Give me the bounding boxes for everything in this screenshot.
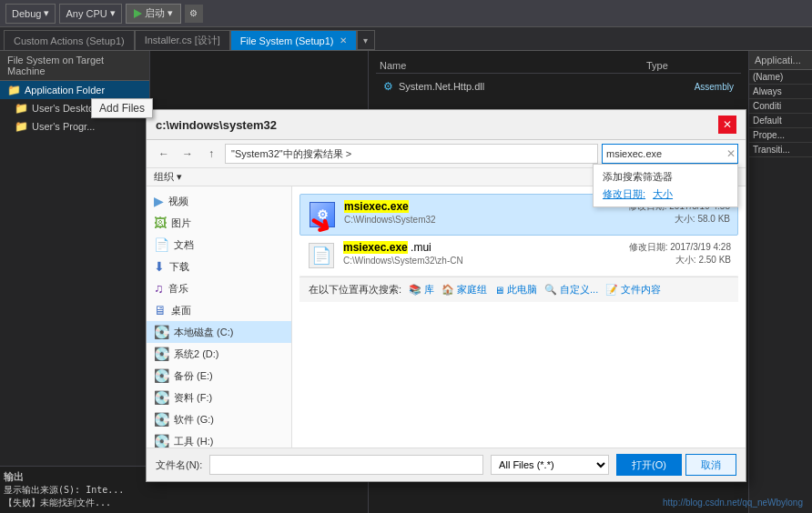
search-clear-icon[interactable]: ✕ — [726, 147, 736, 160]
search-box[interactable]: ✕ — [602, 144, 738, 164]
dialog-action-buttons: 打开(O) 取消 — [616, 454, 736, 476]
search-again-custom[interactable]: 🔍 自定义... — [544, 283, 598, 297]
tab-label-file-system: File System (Setup1) — [240, 35, 334, 46]
filename-label: 文件名(N): — [156, 458, 202, 472]
tree-item-app-folder[interactable]: 📁 Application Folder — [0, 81, 149, 99]
open-button[interactable]: 打开(O) — [616, 454, 682, 476]
search-filter-date[interactable]: 修改日期: — [603, 187, 645, 201]
search-again-homegroup[interactable]: 🏠 家庭组 — [442, 283, 487, 297]
library-label: 库 — [424, 283, 434, 297]
output-panel: 输出 显示输出来源(S): Inte... 【失败】未能找到文件... — [0, 466, 150, 513]
start-chevron-icon: ▾ — [167, 7, 173, 19]
drive-d-icon: 💽 — [154, 347, 169, 361]
tab-installer[interactable]: Installer.cs [设计] — [135, 30, 230, 50]
search-again-section: 在以下位置再次搜索: 📚 库 🏠 家庭组 🖥 此电脑 🔍 — [299, 277, 738, 302]
filetype-select[interactable]: All Files (*.*) — [491, 455, 609, 475]
sidebar-item-drive-h[interactable]: 💽 工具 (H:) — [147, 430, 291, 448]
search-box-container: ✕ 添加搜索筛选器 修改日期: 大小 — [602, 144, 738, 164]
props-default: Default — [749, 114, 812, 128]
search-again-library[interactable]: 📚 库 — [409, 283, 434, 297]
sidebar-item-desktop[interactable]: 🖥 桌面 — [147, 299, 291, 321]
start-button[interactable]: 启动 ▾ — [126, 4, 181, 24]
sidebar-item-music[interactable]: ♫ 音乐 — [147, 277, 291, 299]
file-open-dialog: c:\windows\system32 ✕ ← → ↑ "System32"中的… — [146, 109, 746, 482]
sidebar-label-download: 下载 — [169, 260, 189, 274]
file-meta-date-2: 修改日期: 2017/3/19 4:28 — [622, 241, 731, 254]
ide-background: Debug ▾ Any CPU ▾ 启动 ▾ ⚙ Custom Actions … — [0, 0, 812, 513]
breadcrumb-text: "System32"中的搜索结果 > — [231, 147, 351, 161]
dialog-title: c:\windows\system32 — [156, 118, 277, 132]
fs-item-dll[interactable]: ⚙ System.Net.Http.dll Assembly — [376, 77, 741, 96]
homegroup-icon: 🏠 — [442, 284, 454, 296]
add-files-tooltip: Add Files — [91, 98, 153, 118]
file-item-msiexec-mui[interactable]: 📄 msiexec.exe .mui C:\Windows\System32\z… — [299, 236, 738, 277]
download-icon: ⬇ — [154, 259, 165, 274]
file-path-msiexec-mui: C:\Windows\System32\zh-CN — [343, 256, 614, 266]
left-panel: File System on Target Machine 📁 Applicat… — [0, 51, 150, 513]
file-name-highlight-msiexec-mui: msiexec.exe — [343, 241, 408, 254]
file-content-label: 文件内容 — [621, 283, 661, 297]
dialog-title-bar: c:\windows\system32 ✕ — [147, 110, 746, 140]
debug-dropdown[interactable]: Debug ▾ — [5, 4, 56, 24]
music-icon: ♫ — [154, 281, 164, 296]
sidebar-item-drive-e[interactable]: 💽 备份 (E:) — [147, 365, 291, 387]
tab-more-icon: ▾ — [363, 35, 368, 45]
file-path-msiexec-exe: C:\Windows\System32 — [344, 215, 614, 225]
dll-name: System.Net.Http.dll — [399, 81, 484, 92]
picture-icon: 🖼 — [154, 216, 167, 230]
search-again-computer[interactable]: 🖥 此电脑 — [494, 283, 537, 297]
filename-input[interactable] — [209, 455, 483, 475]
tab-more-button[interactable]: ▾ — [357, 30, 375, 50]
file-details-msiexec: msiexec.exe C:\Windows\System32 — [344, 200, 614, 225]
add-files-label: Add Files — [99, 102, 145, 115]
tab-close-icon[interactable]: ✕ — [340, 35, 347, 45]
sidebar-item-drive-c[interactable]: 💽 本地磁盘 (C:) — [147, 321, 291, 343]
debug-label: Debug — [12, 8, 41, 19]
nav-forward-button[interactable]: → — [178, 144, 198, 164]
nav-back-button[interactable]: ← — [154, 144, 174, 164]
drive-f-icon: 💽 — [154, 390, 169, 405]
organize-label[interactable]: 组织 ▾ — [154, 170, 182, 184]
left-panel-header: File System on Target Machine — [0, 51, 149, 81]
file-name-suffix-mui: .mui — [411, 241, 431, 254]
drive-c-icon: 💽 — [154, 325, 169, 339]
sidebar-item-drive-f[interactable]: 💽 资料 (F:) — [147, 387, 291, 408]
props-panel: Applicati... (Name) Always Conditi Defau… — [748, 51, 812, 513]
drive-h-icon: 💽 — [154, 434, 169, 448]
tab-file-system[interactable]: File System (Setup1) ✕ — [230, 30, 357, 50]
cpu-chevron-icon: ▾ — [110, 7, 116, 19]
mui-icon-large: 📄 — [307, 241, 336, 270]
dll-icon: ⚙ — [383, 80, 393, 93]
sidebar-item-video[interactable]: ▶ 视频 — [147, 190, 291, 212]
sidebar-item-drive-d[interactable]: 💽 系统2 (D:) — [147, 343, 291, 365]
mui-file-icon: 📄 — [311, 246, 331, 266]
tab-bar: Custom Actions (Setup1) Installer.cs [设计… — [0, 27, 812, 51]
search-again-file-content[interactable]: 📝 文件内容 — [605, 283, 661, 297]
mui-icon-visual: 📄 — [309, 243, 334, 268]
sidebar-item-picture[interactable]: 🖼 图片 — [147, 212, 291, 234]
search-input[interactable] — [606, 148, 734, 159]
nav-up-button[interactable]: ↑ — [201, 144, 221, 164]
tree-item-programs[interactable]: 📁 User's Progr... — [0, 117, 149, 136]
search-again-label: 在以下位置再次搜索: — [309, 283, 401, 297]
cancel-button[interactable]: 取消 — [685, 454, 736, 476]
file-name-msiexec-mui: msiexec.exe .mui — [343, 241, 614, 254]
col-type-header: Type — [646, 60, 737, 71]
sidebar-item-document[interactable]: 📄 文档 — [147, 234, 291, 256]
sidebar-item-download[interactable]: ⬇ 下载 — [147, 256, 291, 277]
sidebar-item-drive-g[interactable]: 💽 软件 (G:) — [147, 408, 291, 430]
breadcrumb-bar[interactable]: "System32"中的搜索结果 > — [225, 144, 598, 164]
col-name-header: Name — [380, 60, 646, 71]
tab-custom-actions[interactable]: Custom Actions (Setup1) — [4, 30, 135, 50]
search-filter-label: 添加搜索筛选器 — [594, 168, 737, 186]
tab-label-installer: Installer.cs [设计] — [145, 34, 220, 47]
search-filter-size[interactable]: 大小 — [653, 187, 673, 201]
sidebar-label-document: 文档 — [174, 238, 194, 252]
debug-chevron-icon: ▾ — [44, 7, 49, 19]
watermark: http://blog.csdn.net/qq_neWbylong — [663, 498, 803, 508]
output-source-value: Inte... — [86, 485, 124, 495]
props-always: Always — [749, 85, 812, 99]
sidebar-label-drive-c: 本地磁盘 (C:) — [174, 326, 233, 339]
cpu-dropdown[interactable]: Any CPU ▾ — [59, 4, 121, 24]
dialog-close-button[interactable]: ✕ — [718, 116, 736, 134]
